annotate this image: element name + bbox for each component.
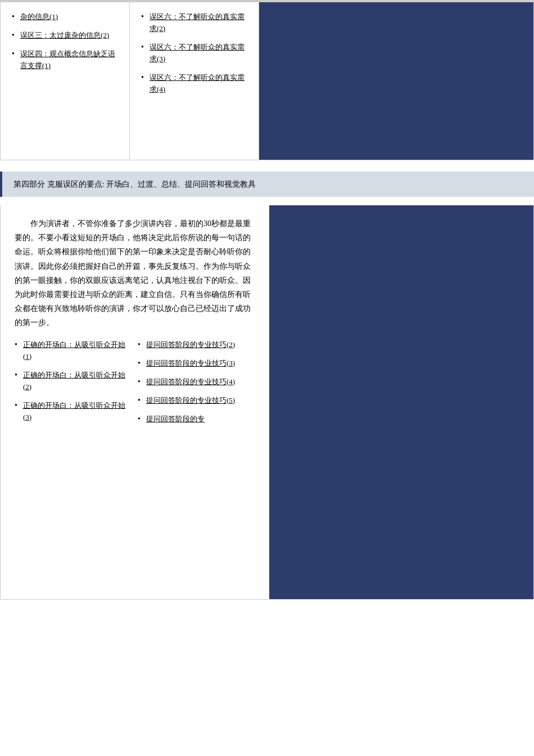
list-link[interactable]: 提问回答阶段的专业技巧(5) [146,396,235,404]
middle-column: 误区六：不了解听众的真实需求(2) 误区六：不了解听众的真实需求(3) 误区六：… [130,2,259,160]
list-item: 提问回答阶段的专业技巧(5) [138,394,255,406]
main-content: 作为演讲者，不管你准备了多少演讲内容，最初的30秒都是最重要的。不要小看这短短的… [0,205,534,600]
list-item: 提问回答阶段的专业技巧(2) [138,339,255,350]
list-link[interactable]: 误区六：不了解听众的真实需求(3) [150,43,245,63]
list-item: 误区六：不了解听众的真实需求(4) [141,71,247,95]
spacer [0,160,534,172]
left-items: 正确的开场白：从吸引听众开始(1) 正确的开场白：从吸引听众开始(2) 正确的开… [15,339,132,423]
main-paragraph: 作为演讲者，不管你准备了多少演讲内容，最初的30秒都是最重要的。不要小看这短短的… [15,217,255,330]
list-item: 杂的信息(1) [12,11,118,22]
list-col-right: 提问回答阶段的专业技巧(2) 提问回答阶段的专业技巧(3) 提问回答阶段的专业技… [138,339,255,431]
list-link[interactable]: 杂的信息(1) [20,12,58,21]
spacer2 [0,197,534,205]
section-header-text: 第四部分 克服误区的要点: 开场白、过渡、总结、提问回答和视觉教具 [13,180,256,188]
list-item: 提问回答阶段的专业技巧(4) [138,376,255,388]
list-link[interactable]: 提问回答阶段的专 [146,415,205,423]
left-column: 杂的信息(1) 误区三：太过庞杂的信息(2) 误区四：观点概念信息缺乏语言支撑(… [1,2,130,160]
list-link[interactable]: 误区六：不了解听众的真实需求(4) [150,73,245,93]
list-item: 提问回答阶段的专业技巧(3) [138,357,255,369]
section-header: 第四部分 克服误区的要点: 开场白、过渡、总结、提问回答和视觉教具 [0,172,534,197]
right-panel-bottom [269,205,533,599]
middle-bullet-list: 误区六：不了解听众的真实需求(2) 误区六：不了解听众的真实需求(3) 误区六：… [141,11,247,95]
two-col-list: 正确的开场白：从吸引听众开始(1) 正确的开场白：从吸引听众开始(2) 正确的开… [15,339,255,431]
list-item: 正确的开场白：从吸引听众开始(2) [15,369,132,393]
list-item: 误区三：太过庞杂的信息(2) [12,29,118,41]
list-item: 误区六：不了解听众的真实需求(3) [141,41,247,65]
list-link[interactable]: 误区三：太过庞杂的信息(2) [20,31,109,39]
list-link[interactable]: 提问回答阶段的专业技巧(2) [146,340,235,349]
list-link[interactable]: 误区六：不了解听众的真实需求(2) [150,12,245,33]
list-link[interactable]: 正确的开场白：从吸引听众开始(3) [23,401,125,421]
right-panel-top [259,2,533,160]
list-link[interactable]: 提问回答阶段的专业技巧(3) [146,359,235,367]
list-item: 正确的开场白：从吸引听众开始(1) [15,339,132,362]
top-section: 杂的信息(1) 误区三：太过庞杂的信息(2) 误区四：观点概念信息缺乏语言支撑(… [0,2,534,160]
list-link[interactable]: 提问回答阶段的专业技巧(4) [146,377,235,386]
list-item: 误区四：观点概念信息缺乏语言支撑(1) [12,48,118,71]
list-item: 正确的开场白：从吸引听众开始(3) [15,399,132,423]
content-left: 作为演讲者，不管你准备了多少演讲内容，最初的30秒都是最重要的。不要小看这短短的… [1,205,269,599]
list-link[interactable]: 正确的开场白：从吸引听众开始(1) [23,340,125,361]
list-item: 提问回答阶段的专 [138,413,255,425]
page-container: 杂的信息(1) 误区三：太过庞杂的信息(2) 误区四：观点概念信息缺乏语言支撑(… [0,0,534,600]
list-item: 误区六：不了解听众的真实需求(2) [141,11,247,34]
list-link[interactable]: 正确的开场白：从吸引听众开始(2) [23,371,125,391]
list-col-left: 正确的开场白：从吸引听众开始(1) 正确的开场白：从吸引听众开始(2) 正确的开… [15,339,132,431]
left-bullet-list: 杂的信息(1) 误区三：太过庞杂的信息(2) 误区四：观点概念信息缺乏语言支撑(… [12,11,118,71]
right-items: 提问回答阶段的专业技巧(2) 提问回答阶段的专业技巧(3) 提问回答阶段的专业技… [138,339,255,425]
list-link[interactable]: 误区四：观点概念信息缺乏语言支撑(1) [20,50,115,70]
